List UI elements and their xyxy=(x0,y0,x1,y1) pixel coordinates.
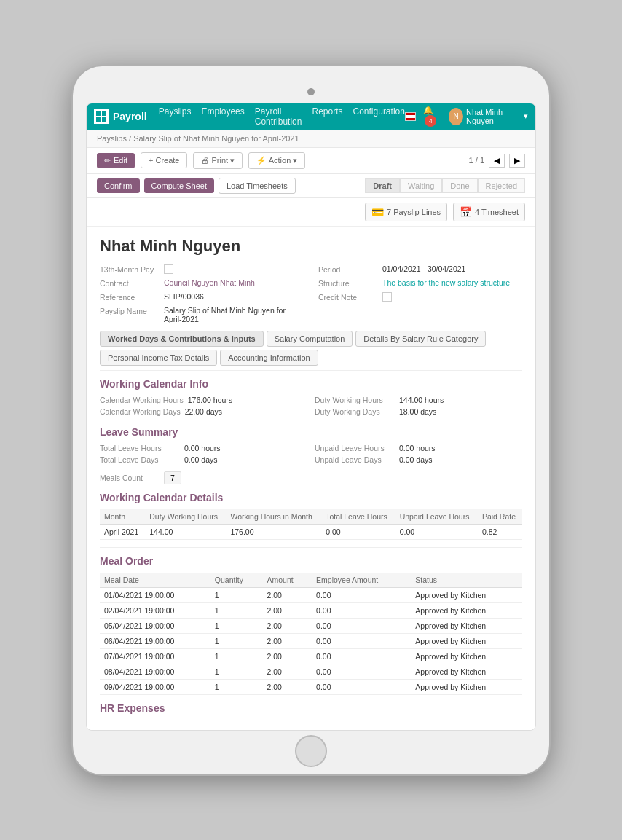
structure-label: Structure xyxy=(318,278,377,288)
duty-days-label: Duty Working Days xyxy=(315,407,395,416)
total-leave-hours-row: Total Leave Hours 0.00 hours xyxy=(100,444,307,452)
meal-order-title: Meal Order xyxy=(100,555,522,567)
table-row: 02/04/2021 19:00:0012.000.00Approved by … xyxy=(100,602,522,618)
breadcrumb-parent[interactable]: Payslips xyxy=(97,134,127,143)
leave-summary-info: Total Leave Hours 0.00 hours Total Leave… xyxy=(100,444,522,467)
main-content: Nhat Minh Nguyen 13th-Month Pay Period 0… xyxy=(87,227,535,730)
user-dropdown-icon: ▾ xyxy=(524,111,528,121)
table-row: 06/04/2021 19:00:0012.000.00Approved by … xyxy=(100,633,522,648)
tab-details-by-rule[interactable]: Details By Salary Rule Category xyxy=(355,331,486,347)
month-pay-checkbox[interactable] xyxy=(164,264,173,274)
total-leave-days-row: Total Leave Days 0.00 days xyxy=(100,455,307,464)
user-name: Nhat Minh Nguyen xyxy=(466,108,521,125)
reference-label: Reference xyxy=(100,292,158,302)
divider-1 xyxy=(100,547,522,548)
period-value: 01/04/2021 - 30/04/2021 xyxy=(382,264,465,273)
meal-order-table: Meal Date Quantity Amount Employee Amoun… xyxy=(100,573,522,695)
total-leave-hours-value: 0.00 hours xyxy=(184,444,221,452)
confirm-button[interactable]: Confirm xyxy=(97,178,140,193)
notification-badge[interactable]: 🔔4 xyxy=(423,106,443,127)
status-tab-draft[interactable]: Draft xyxy=(365,178,400,193)
calendar-hours-label: Calendar Working Hours xyxy=(100,396,184,404)
payslip-name-label: Payslip Name xyxy=(100,306,158,315)
working-calendar-details-table: Month Duty Working Hours Working Hours i… xyxy=(100,509,522,540)
table-row: 05/04/2021 19:00:0012.000.00Approved by … xyxy=(100,618,522,633)
working-calendar-info: Calendar Working Hours 176.00 hours Cale… xyxy=(100,396,522,419)
breadcrumb-current: Salary Slip of Nhat Minh Nguyen for Apri… xyxy=(133,134,299,143)
working-calendar-left: Calendar Working Hours 176.00 hours Cale… xyxy=(100,396,307,419)
payslip-lines-button[interactable]: 💳 7 Payslip Lines xyxy=(365,203,447,221)
timesheet-button[interactable]: 📅 4 Timesheet xyxy=(453,203,525,221)
app-title: Payroll xyxy=(113,111,147,122)
month-pay-col: 13th-Month Pay xyxy=(100,264,304,274)
leave-summary-left: Total Leave Hours 0.00 hours Total Leave… xyxy=(100,444,307,467)
menu-payslips[interactable]: Payslips xyxy=(159,106,192,127)
col-unpaid-leave-hours: Unpaid Leave Hours xyxy=(395,509,478,525)
col-duty-hours: Duty Working Hours xyxy=(145,509,226,525)
month-pay-row: 13th-Month Pay Period 01/04/2021 - 30/04… xyxy=(100,264,522,274)
total-leave-hours-label: Total Leave Hours xyxy=(100,444,180,452)
contract-value[interactable]: Council Nguyen Nhat Minh xyxy=(164,278,255,287)
edit-button[interactable]: ✏ Edit xyxy=(97,153,135,168)
total-leave-days-label: Total Leave Days xyxy=(100,455,180,464)
unpaid-leave-days-row: Unpaid Leave Days 0.00 days xyxy=(315,455,522,464)
meal-col-qty: Quantity xyxy=(210,573,263,588)
smart-buttons: 💳 7 Payslip Lines 📅 4 Timesheet xyxy=(87,198,535,227)
status-tabs: Draft Waiting Done Rejected xyxy=(365,178,525,193)
action-button[interactable]: ⚡ Action ▾ xyxy=(248,152,305,169)
page-info: 1 / 1 xyxy=(469,156,484,165)
print-button[interactable]: 🖨 Print ▾ xyxy=(193,152,243,169)
edit-icon: ✏ xyxy=(104,156,111,165)
table-row: 09/04/2021 19:00:0012.000.00Approved by … xyxy=(100,679,522,694)
col-paid-rate: Paid Rate xyxy=(478,509,522,525)
month-pay-label: 13th-Month Pay xyxy=(100,264,158,274)
table-row: 01/04/2021 19:00:0012.000.00Approved by … xyxy=(100,587,522,602)
working-calendar-title: Working Calendar Info xyxy=(100,378,522,390)
compute-sheet-button[interactable]: Compute Sheet xyxy=(144,178,214,193)
duty-hours-label: Duty Working Hours xyxy=(315,396,395,404)
status-tab-waiting[interactable]: Waiting xyxy=(400,178,442,193)
tab-salary-computation[interactable]: Salary Computation xyxy=(267,331,353,347)
meal-col-status: Status xyxy=(411,573,522,588)
timesheet-icon: 📅 xyxy=(460,206,472,218)
calendar-hours-row: Calendar Working Hours 176.00 hours xyxy=(100,396,307,404)
main-menu: Payslips Employees Payroll Contribution … xyxy=(159,106,405,127)
meal-col-amount: Amount xyxy=(263,573,312,588)
user-menu[interactable]: N Nhat Minh Nguyen ▾ xyxy=(449,108,528,125)
prev-page-button[interactable]: ◀ xyxy=(489,154,505,168)
calendar-days-row: Calendar Working Days 22.00 days xyxy=(100,407,307,416)
structure-value[interactable]: The basis for the new salary structure xyxy=(382,278,510,287)
tab-accounting[interactable]: Accounting Information xyxy=(220,350,318,366)
status-tab-rejected[interactable]: Rejected xyxy=(478,178,525,193)
meal-col-emp-amount: Employee Amount xyxy=(312,573,411,588)
menu-payroll-contribution[interactable]: Payroll Contribution xyxy=(255,106,302,127)
unpaid-leave-hours-label: Unpaid Leave Hours xyxy=(315,444,395,452)
action-bar: Confirm Compute Sheet Load Timesheets Dr… xyxy=(87,174,535,198)
top-navigation: Payroll Payslips Employees Payroll Contr… xyxy=(87,103,535,130)
content-tabs: Worked Days & Contributions & Inputs Sal… xyxy=(100,331,522,371)
logo-icon xyxy=(94,109,109,124)
menu-employees[interactable]: Employees xyxy=(201,106,244,127)
credit-note-checkbox[interactable] xyxy=(382,292,392,302)
col-working-hours-month: Working Hours in Month xyxy=(226,509,321,525)
create-button[interactable]: + Create xyxy=(141,152,188,168)
duty-hours-value: 144.00 hours xyxy=(399,396,444,404)
menu-reports[interactable]: Reports xyxy=(312,106,342,127)
contract-label: Contract xyxy=(100,278,158,288)
status-tab-done[interactable]: Done xyxy=(442,178,477,193)
menu-configuration[interactable]: Configuration xyxy=(353,106,405,127)
next-page-button[interactable]: ▶ xyxy=(509,154,525,168)
hr-expenses-title: HR Expenses xyxy=(100,702,522,714)
pagination: 1 / 1 ◀ ▶ xyxy=(469,154,525,168)
tab-worked-days[interactable]: Worked Days & Contributions & Inputs xyxy=(100,331,264,347)
tab-income-tax[interactable]: Personal Income Tax Details xyxy=(100,350,217,366)
duty-days-row: Duty Working Days 18.00 days xyxy=(315,407,522,416)
calendar-days-label: Calendar Working Days xyxy=(100,407,181,416)
calendar-hours-value: 176.00 hours xyxy=(188,396,232,404)
meals-count-value: 7 xyxy=(164,471,181,484)
leave-summary-right: Unpaid Leave Hours 0.00 hours Unpaid Lea… xyxy=(315,444,522,467)
app-logo[interactable]: Payroll xyxy=(94,109,147,124)
calendar-days-value: 22.00 days xyxy=(185,407,222,416)
load-timesheets-button[interactable]: Load Timesheets xyxy=(219,178,296,194)
language-flag[interactable] xyxy=(405,112,416,121)
